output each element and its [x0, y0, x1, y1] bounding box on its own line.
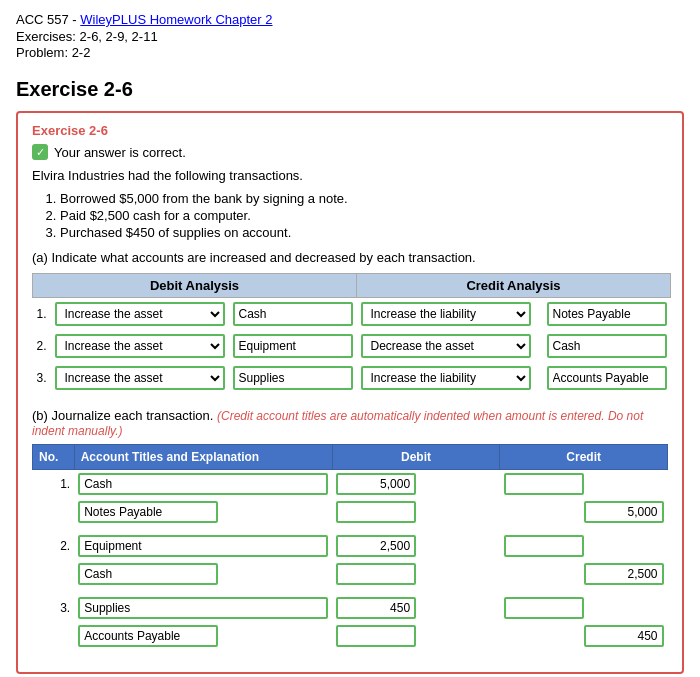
credit-header: Credit Analysis	[357, 274, 671, 298]
credit-account-cell-1[interactable]	[543, 298, 671, 331]
journal-debit-acct-2[interactable]	[74, 532, 332, 560]
journal-debit-amount-2[interactable]	[336, 535, 416, 557]
correct-text: Your answer is correct.	[54, 145, 186, 160]
debit-select-cell-2[interactable]: Increase the asset	[51, 330, 229, 362]
part-b-label: (b) Journalize each transaction. (Credit…	[32, 408, 668, 438]
journal-debit-acct-input-3[interactable]	[78, 597, 328, 619]
journal-credit-empty-3[interactable]	[500, 594, 668, 622]
course-prefix: ACC 557 -	[16, 12, 80, 27]
journal-debit-acct-1[interactable]	[74, 470, 332, 499]
journal-debit-amount-empty-2[interactable]	[336, 563, 416, 585]
credit-account-1[interactable]	[547, 302, 667, 326]
exercise-box-title: Exercise 2-6	[32, 123, 668, 138]
journal-credit-acct-1[interactable]	[74, 498, 332, 526]
journal-debit-empty-2[interactable]	[332, 560, 500, 588]
col-no-header: No.	[33, 445, 75, 470]
journal-credit-input-1[interactable]	[584, 501, 664, 523]
analysis-row-3: 3. Increase the asset Increase the liabi…	[33, 362, 671, 394]
credit-account-3[interactable]	[547, 366, 667, 390]
journal-debit-empty-3[interactable]	[332, 622, 500, 650]
journal-credit-acct-3[interactable]	[74, 622, 332, 650]
checkmark-icon: ✓	[32, 144, 48, 160]
correct-check-row: ✓ Your answer is correct.	[32, 144, 668, 160]
course-link[interactable]: WileyPLUS Homework Chapter 2	[80, 12, 272, 27]
journal-num-1: 1.	[33, 470, 75, 499]
exercise-heading: Exercise 2-6	[16, 78, 684, 101]
journal-debit-acct-input-2[interactable]	[78, 535, 328, 557]
journal-debit-amount-empty-1[interactable]	[336, 501, 416, 523]
row-num-2: 2.	[33, 330, 51, 362]
journal-entry-2-debit: 2.	[33, 532, 668, 560]
debit-account-cell-2[interactable]	[229, 330, 357, 362]
row-num-3: 3.	[33, 362, 51, 394]
course-title: ACC 557 - WileyPLUS Homework Chapter 2	[16, 12, 684, 27]
col-credit-header: Credit	[500, 445, 668, 470]
problem-label: Problem: 2-2	[16, 45, 684, 60]
journal-credit-amount-empty-1[interactable]	[504, 473, 584, 495]
journal-debit-amount-1[interactable]	[336, 473, 416, 495]
journal-debit-amount-cell-3[interactable]	[332, 594, 500, 622]
journal-debit-acct-input-1[interactable]	[78, 473, 328, 495]
journal-credit-acct-input-3[interactable]	[78, 625, 218, 647]
journal-credit-input-2[interactable]	[584, 563, 664, 585]
debit-account-2[interactable]	[233, 334, 353, 358]
journal-entry-2-credit	[33, 560, 668, 588]
debit-select-cell-1[interactable]: Increase the asset	[51, 298, 229, 331]
debit-select-3[interactable]: Increase the asset	[55, 366, 225, 390]
journal-credit-amount-empty-3[interactable]	[504, 597, 584, 619]
credit-select-cell-3[interactable]: Increase the liability	[357, 362, 535, 394]
description: Elvira Industries had the following tran…	[32, 168, 668, 183]
debit-account-1[interactable]	[233, 302, 353, 326]
journal-credit-acct-input-2[interactable]	[78, 563, 218, 585]
row-num-1: 1.	[33, 298, 51, 331]
credit-account-cell-2[interactable]	[543, 330, 671, 362]
part-b-static: (b) Journalize each transaction.	[32, 408, 213, 423]
debit-account-3[interactable]	[233, 366, 353, 390]
journal-credit-amount-empty-2[interactable]	[504, 535, 584, 557]
journal-debit-acct-3[interactable]	[74, 594, 332, 622]
debit-account-cell-1[interactable]	[229, 298, 357, 331]
journal-credit-amount-2[interactable]	[500, 560, 668, 588]
journal-credit-empty-2[interactable]	[500, 532, 668, 560]
credit-account-cell-3[interactable]	[543, 362, 671, 394]
journal-debit-amount-cell-1[interactable]	[332, 470, 500, 499]
credit-select-cell-1[interactable]: Increase the liability	[357, 298, 535, 331]
debit-header: Debit Analysis	[33, 274, 357, 298]
credit-account-2[interactable]	[547, 334, 667, 358]
journal-entry-1-debit: 1.	[33, 470, 668, 499]
transaction-2: Paid $2,500 cash for a computer.	[60, 208, 668, 223]
journal-debit-empty-1[interactable]	[332, 498, 500, 526]
journal-num-3: 3.	[33, 594, 75, 622]
journal-credit-input-3[interactable]	[584, 625, 664, 647]
journal-credit-amount-1[interactable]	[500, 498, 668, 526]
journal-num-2: 2.	[33, 532, 75, 560]
credit-select-2[interactable]: Decrease the asset	[361, 334, 531, 358]
transaction-3: Purchased $450 of supplies on account.	[60, 225, 668, 240]
transactions-list: Borrowed $5,000 from the bank by signing…	[32, 191, 668, 240]
part-a-label: (a) Indicate what accounts are increased…	[32, 250, 668, 265]
credit-select-3[interactable]: Increase the liability	[361, 366, 531, 390]
col-account-header: Account Titles and Explanation	[74, 445, 332, 470]
journal-entry-3-debit: 3.	[33, 594, 668, 622]
debit-account-cell-3[interactable]	[229, 362, 357, 394]
journal-num-spacer-1	[33, 498, 75, 526]
analysis-row-2: 2. Increase the asset Decrease the asset	[33, 330, 671, 362]
analysis-row-1: 1. Increase the asset Increase the liabi…	[33, 298, 671, 331]
journal-credit-acct-2[interactable]	[74, 560, 332, 588]
debit-select-1[interactable]: Increase the asset	[55, 302, 225, 326]
journal-debit-amount-3[interactable]	[336, 597, 416, 619]
journal-credit-acct-input-1[interactable]	[78, 501, 218, 523]
journal-num-spacer-3	[33, 622, 75, 650]
journal-debit-amount-cell-2[interactable]	[332, 532, 500, 560]
journal-entry-3-credit	[33, 622, 668, 650]
journal-credit-empty-1[interactable]	[500, 470, 668, 499]
debit-select-2[interactable]: Increase the asset	[55, 334, 225, 358]
debit-select-cell-3[interactable]: Increase the asset	[51, 362, 229, 394]
journal-debit-amount-empty-3[interactable]	[336, 625, 416, 647]
credit-select-1[interactable]: Increase the liability	[361, 302, 531, 326]
analysis-table: Debit Analysis Credit Analysis 1. Increa…	[32, 273, 671, 394]
credit-select-cell-2[interactable]: Decrease the asset	[357, 330, 535, 362]
col-debit-header: Debit	[332, 445, 500, 470]
journal-credit-amount-3[interactable]	[500, 622, 668, 650]
transaction-1: Borrowed $5,000 from the bank by signing…	[60, 191, 668, 206]
